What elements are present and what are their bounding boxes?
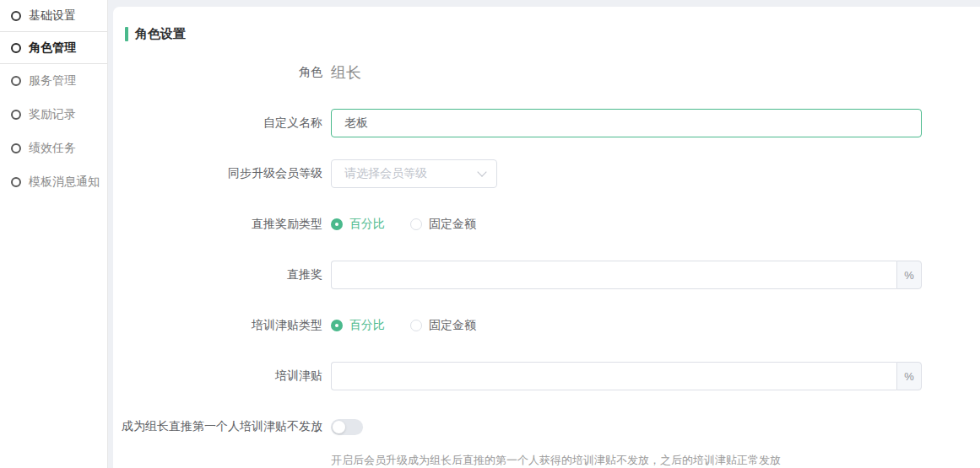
direct-reward-input-group: %	[331, 261, 922, 289]
percent-suffix: %	[896, 362, 922, 390]
toggle-hint-text: 开启后会员升级成为组长后直推的第一个人获得的培训津贴不发放，之后的培训津贴正常发…	[331, 453, 980, 468]
training-allowance-type-radio-group: 百分比 固定金额	[331, 318, 501, 333]
sidebar-item-basic-settings[interactable]: 基础设置	[0, 0, 107, 31]
custom-name-label: 自定义名称	[113, 116, 331, 131]
settings-sidebar: 基础设置 角色管理 服务管理 奖励记录 绩效任务 模板消息通知	[0, 0, 108, 468]
form-row-sync-member-level: 同步升级会员等级 请选择会员等级	[113, 159, 980, 188]
radio-selected-icon	[331, 218, 343, 230]
training-allowance-input-group: %	[331, 362, 922, 390]
step-circle-icon	[11, 177, 21, 187]
custom-name-input[interactable]	[331, 109, 922, 137]
direct-reward-type-radio-group: 百分比 固定金额	[331, 217, 501, 232]
chevron-down-icon	[477, 167, 486, 176]
role-settings-card: 角色设置 角色 组长 自定义名称 同步升级会员等级 请选择会员等级 直推奖励类型	[113, 7, 980, 468]
sidebar-item-label: 服务管理	[29, 73, 76, 89]
sidebar-item-performance-tasks[interactable]: 绩效任务	[0, 132, 107, 165]
form-row-direct-reward-type: 直推奖励类型 百分比 固定金额	[113, 210, 980, 239]
training-allowance-label: 培训津贴	[113, 368, 331, 384]
sync-member-level-label: 同步升级会员等级	[113, 166, 331, 181]
page-title: 角色设置	[135, 26, 186, 42]
step-circle-icon	[11, 43, 21, 53]
radio-label: 百分比	[349, 318, 385, 333]
card-header: 角色设置	[113, 7, 980, 41]
sidebar-item-template-message-notify[interactable]: 模板消息通知	[0, 165, 107, 199]
role-settings-form: 角色 组长 自定义名称 同步升级会员等级 请选择会员等级 直推奖励类型	[113, 58, 980, 468]
radio-fixed-amount[interactable]: 固定金额	[410, 217, 476, 232]
radio-label: 固定金额	[429, 217, 476, 232]
training-allowance-type-label: 培训津贴类型	[113, 318, 331, 333]
radio-label: 百分比	[349, 217, 385, 232]
radio-percentage[interactable]: 百分比	[331, 318, 385, 333]
sidebar-item-label: 绩效任务	[29, 141, 76, 156]
radio-percentage[interactable]: 百分比	[331, 217, 385, 232]
form-row-first-person-toggle: 成为组长直推第一个人培训津贴不发放	[113, 412, 980, 441]
sidebar-item-role-management[interactable]: 角色管理	[0, 31, 107, 64]
main-panel: 角色设置 角色 组长 自定义名称 同步升级会员等级 请选择会员等级 直推奖励类型	[108, 0, 980, 468]
title-accent-bar	[125, 27, 128, 41]
form-row-role: 角色 组长	[113, 58, 980, 87]
direct-reward-input[interactable]	[331, 261, 896, 289]
sidebar-item-label: 奖励记录	[29, 107, 76, 122]
radio-fixed-amount[interactable]: 固定金额	[410, 318, 476, 333]
member-level-select-placeholder: 请选择会员等级	[344, 166, 427, 181]
step-circle-icon	[11, 11, 21, 21]
step-circle-icon	[11, 110, 21, 120]
radio-unselected-icon	[410, 218, 422, 230]
step-circle-icon	[11, 76, 21, 86]
sidebar-item-service-management[interactable]: 服务管理	[0, 64, 107, 98]
sidebar-item-label: 基础设置	[29, 8, 76, 24]
toggle-knob	[333, 421, 345, 433]
radio-label: 固定金额	[429, 318, 476, 333]
form-row-custom-name: 自定义名称	[113, 109, 980, 137]
member-level-select[interactable]: 请选择会员等级	[331, 159, 497, 188]
radio-selected-icon	[331, 320, 343, 331]
sidebar-item-label: 角色管理	[29, 40, 76, 56]
sidebar-item-reward-records[interactable]: 奖励记录	[0, 98, 107, 132]
role-value: 组长	[331, 62, 361, 83]
percent-suffix: %	[896, 261, 922, 289]
step-circle-icon	[11, 143, 21, 153]
first-person-toggle-label: 成为组长直推第一个人培训津贴不发放	[113, 419, 331, 434]
training-allowance-input[interactable]	[331, 362, 896, 390]
role-label: 角色	[113, 65, 331, 80]
sidebar-item-label: 模板消息通知	[29, 175, 100, 190]
form-row-training-allowance: 培训津贴 %	[113, 362, 980, 390]
first-person-no-allowance-toggle[interactable]	[331, 419, 363, 435]
form-row-direct-reward: 直推奖 %	[113, 261, 980, 289]
radio-unselected-icon	[410, 320, 422, 331]
direct-reward-label: 直推奖	[113, 267, 331, 282]
direct-reward-type-label: 直推奖励类型	[113, 217, 331, 232]
form-row-training-allowance-type: 培训津贴类型 百分比 固定金额	[113, 311, 980, 340]
